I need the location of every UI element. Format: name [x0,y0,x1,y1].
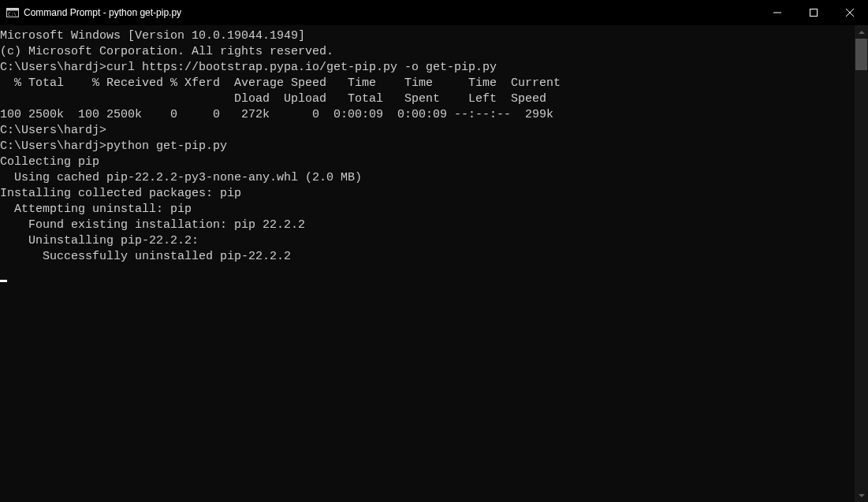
svg-text:C:\: C:\ [8,11,17,17]
window-titlebar[interactable]: C:\ Command Prompt - python get-pip.py [0,0,868,25]
terminal-line: Dload Upload Total Spent Left Speed [0,91,855,107]
maximize-button[interactable] [795,0,832,25]
scrollbar-thumb[interactable] [855,39,867,70]
terminal-line: Attempting uninstall: pip [0,202,855,218]
cmd-icon: C:\ [6,6,19,19]
minimize-button[interactable] [759,0,795,25]
terminal-output[interactable]: Microsoft Windows [Version 10.0.19044.19… [0,25,855,502]
terminal-line: % Total % Received % Xferd Average Speed… [0,76,855,91]
close-button[interactable] [832,0,868,25]
svg-rect-4 [810,9,818,17]
terminal-cursor-line [0,265,855,281]
terminal-line: Collecting pip [0,154,855,170]
terminal-line: 100 2500k 100 2500k 0 0 272k 0 0:00:09 0… [0,107,855,123]
svg-marker-8 [859,494,865,497]
terminal-line: (c) Microsoft Corporation. All rights re… [0,44,855,60]
scroll-up-arrow-icon[interactable] [855,25,868,39]
terminal-line: C:\Users\hardj>python get-pip.py [0,139,855,154]
text-cursor-icon [0,280,7,282]
window-title: Command Prompt - python get-pip.py [24,7,181,18]
terminal-line: Using cached pip-22.2.2-py3-none-any.whl… [0,170,855,186]
terminal-line: Installing collected packages: pip [0,186,855,202]
terminal-line: Microsoft Windows [Version 10.0.19044.19… [0,28,855,44]
scroll-down-arrow-icon[interactable] [855,489,868,502]
terminal-line: Found existing installation: pip 22.2.2 [0,218,855,233]
window-controls [759,0,868,25]
terminal-area: Microsoft Windows [Version 10.0.19044.19… [0,25,868,502]
terminal-line: C:\Users\hardj> [0,123,855,139]
terminal-line: Successfully uninstalled pip-22.2.2 [0,249,855,265]
terminal-line: C:\Users\hardj>curl https://bootstrap.py… [0,60,855,76]
svg-marker-7 [859,31,865,34]
terminal-line: Uninstalling pip-22.2.2: [0,233,855,249]
vertical-scrollbar[interactable] [855,25,868,502]
